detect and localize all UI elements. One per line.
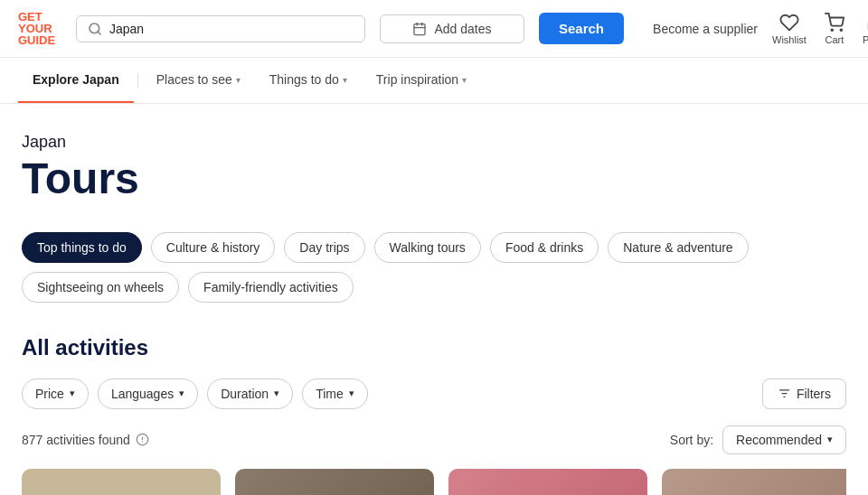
header: GET YOUR GUIDE Add dates Search Become a… xyxy=(0,0,868,58)
header-icons: Wishlist Cart Profile xyxy=(772,13,868,45)
chip-top-things[interactable]: Top things to do xyxy=(22,232,142,263)
search-icon xyxy=(88,22,102,36)
activities-section-title: All activities xyxy=(22,335,846,360)
wishlist-button[interactable]: Wishlist xyxy=(772,13,807,45)
page-subtitle: Japan xyxy=(22,133,846,152)
filter-row: Price ▾ Languages ▾ Duration ▾ Time ▾ Fi… xyxy=(22,378,846,409)
logo-line3: GUIDE xyxy=(18,34,61,46)
svg-point-6 xyxy=(831,29,833,31)
nav: Explore Japan Places to see ▾ Things to … xyxy=(0,58,868,104)
chevron-down-icon: ▾ xyxy=(236,75,241,85)
cart-button[interactable]: Cart xyxy=(825,13,844,45)
duration-filter[interactable]: Duration ▾ xyxy=(207,378,293,409)
search-button[interactable]: Search xyxy=(539,13,624,44)
time-filter[interactable]: Time ▾ xyxy=(302,378,368,409)
profile-button[interactable]: Profile xyxy=(863,13,868,45)
languages-filter[interactable]: Languages ▾ xyxy=(98,378,198,409)
chevron-down-icon: ▾ xyxy=(179,388,184,399)
all-filters-button[interactable]: Filters xyxy=(762,378,846,409)
chip-sightseeing[interactable]: Sightseeing on wheels xyxy=(22,272,179,303)
chip-food[interactable]: Food & drinks xyxy=(490,232,599,263)
svg-point-7 xyxy=(840,29,842,31)
sort-dropdown[interactable]: Recommended ▾ xyxy=(722,425,846,454)
chevron-down-icon: ▾ xyxy=(827,434,833,445)
chip-culture[interactable]: Culture & history xyxy=(151,232,275,263)
svg-rect-2 xyxy=(414,23,425,34)
become-supplier-link[interactable]: Become a supplier xyxy=(653,22,758,36)
sort-row: Sort by: Recommended ▾ xyxy=(670,425,846,454)
date-label: Add dates xyxy=(434,22,491,36)
cart-icon xyxy=(825,13,844,33)
page-title: Tours xyxy=(22,155,846,203)
chevron-down-icon: ▾ xyxy=(462,75,467,85)
main-content: Japan Tours Top things to do Culture & h… xyxy=(0,104,868,495)
chip-nature[interactable]: Nature & adventure xyxy=(608,232,748,263)
search-bar xyxy=(76,15,365,42)
results-row: 877 activities found Sort by: Recommende… xyxy=(22,425,846,454)
svg-line-1 xyxy=(98,32,100,34)
activity-card-2[interactable] xyxy=(235,469,434,495)
filter-icon xyxy=(778,387,791,400)
date-picker[interactable]: Add dates xyxy=(380,14,524,43)
chevron-down-icon: ▾ xyxy=(349,388,354,399)
info-icon xyxy=(136,433,149,446)
chevron-down-icon: ▾ xyxy=(70,388,75,399)
nav-item-explore[interactable]: Explore Japan xyxy=(18,58,134,103)
logo[interactable]: GET YOUR GUIDE xyxy=(18,11,61,46)
nav-item-things[interactable]: Things to do ▾ xyxy=(255,58,362,103)
sort-label: Sort by: xyxy=(670,433,713,447)
chevron-down-icon: ▾ xyxy=(343,75,347,85)
activity-card-3[interactable] xyxy=(448,469,647,495)
wishlist-label: Wishlist xyxy=(772,34,807,45)
calendar-icon xyxy=(412,22,427,36)
activity-card-4[interactable] xyxy=(662,469,846,495)
heart-icon xyxy=(779,13,799,33)
activity-card-1[interactable]: Top pick xyxy=(22,469,221,495)
chip-walking[interactable]: Walking tours xyxy=(374,232,481,263)
price-filter[interactable]: Price ▾ xyxy=(22,378,89,409)
results-count: 877 activities found xyxy=(22,433,149,447)
category-chips: Top things to do Culture & history Day t… xyxy=(22,232,846,303)
nav-item-trip[interactable]: Trip inspiration ▾ xyxy=(362,58,481,103)
cart-label: Cart xyxy=(826,34,844,45)
profile-label: Profile xyxy=(863,34,868,45)
nav-item-places[interactable]: Places to see ▾ xyxy=(142,58,255,103)
chevron-down-icon: ▾ xyxy=(274,388,279,399)
chip-day-trips[interactable]: Day trips xyxy=(284,232,364,263)
cards-strip: Top pick xyxy=(22,469,846,495)
search-input[interactable] xyxy=(109,22,354,36)
chip-family[interactable]: Family-friendly activities xyxy=(188,272,354,303)
nav-separator-1 xyxy=(137,73,138,88)
